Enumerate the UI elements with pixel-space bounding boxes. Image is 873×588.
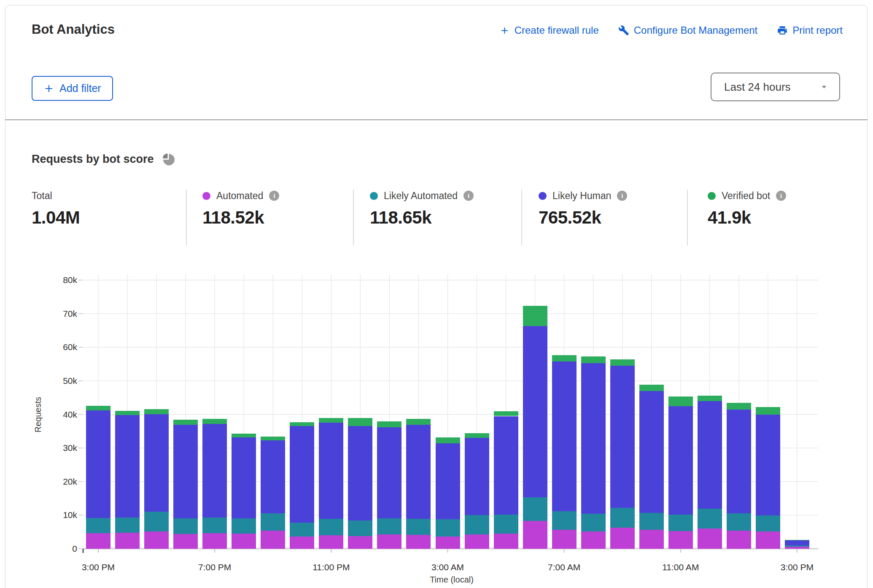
svg-text:3:00 PM: 3:00 PM — [82, 562, 115, 572]
wrench-icon — [618, 25, 629, 36]
plus-icon — [43, 83, 54, 94]
action-label: Configure Bot Management — [634, 24, 758, 36]
info-icon[interactable]: i — [617, 191, 627, 201]
stat-value: 765.52k — [539, 208, 627, 228]
stat-divider — [353, 190, 354, 245]
svg-text:40k: 40k — [63, 410, 77, 419]
section-title: Requests by bot score — [32, 153, 154, 166]
header-actions: Create firewall rule Configure Bot Manag… — [499, 24, 843, 36]
stat-label: Total — [32, 190, 52, 202]
stat-value: 118.65k — [370, 208, 474, 228]
plus-icon — [499, 25, 510, 36]
stat-label: Verified bot — [722, 190, 770, 202]
action-label: Create firewall rule — [515, 24, 599, 36]
stat-divider — [186, 190, 187, 245]
svg-text:11:00 PM: 11:00 PM — [313, 562, 350, 572]
info-icon[interactable]: i — [776, 191, 786, 201]
chevron-down-icon — [819, 82, 829, 92]
requests-by-bot-score-chart: 010k20k30k40k50k60k70k80k3:00 PM7:00 PM1… — [0, 253, 873, 588]
configure-bot-management-link[interactable]: Configure Bot Management — [618, 24, 758, 36]
info-icon[interactable]: i — [463, 191, 474, 201]
time-range-value: Last 24 hours — [724, 81, 819, 94]
section-heading: Requests by bot score — [32, 153, 175, 166]
likely-human-dot — [539, 192, 547, 200]
automated-dot — [202, 192, 210, 200]
likely-automated-dot — [370, 192, 378, 200]
stat-total: Total 1.04M — [32, 190, 80, 228]
stat-automated: Automated i 118.52k — [202, 190, 279, 228]
svg-text:3:00 PM: 3:00 PM — [781, 562, 814, 572]
header-divider — [5, 119, 868, 120]
time-range-dropdown[interactable]: Last 24 hours — [711, 73, 840, 101]
stat-value: 118.52k — [202, 208, 279, 228]
printer-icon — [777, 25, 788, 36]
stat-verified-bot: Verified bot i 41.9k — [708, 190, 786, 228]
svg-text:11:00 AM: 11:00 AM — [662, 562, 699, 572]
svg-text:7:00 AM: 7:00 AM — [548, 562, 580, 572]
svg-text:10k: 10k — [63, 510, 77, 520]
stat-label: Likely Automated — [384, 190, 458, 202]
print-report-link[interactable]: Print report — [777, 24, 843, 36]
svg-text:Requests: Requests — [33, 397, 43, 433]
stat-label: Likely Human — [552, 190, 611, 202]
verified-bot-dot — [708, 192, 716, 200]
info-icon[interactable]: i — [269, 191, 279, 201]
svg-text:0: 0 — [72, 544, 77, 553]
bot-analytics-page: Bot Analytics Create firewall rule Confi… — [0, 0, 873, 588]
add-filter-button[interactable]: Add filter — [32, 76, 113, 101]
svg-text:3:00 AM: 3:00 AM — [431, 562, 464, 572]
svg-text:20k: 20k — [63, 477, 77, 486]
stat-divider — [521, 190, 522, 245]
svg-text:30k: 30k — [63, 443, 77, 453]
page-title: Bot Analytics — [32, 22, 115, 37]
add-filter-label: Add filter — [59, 82, 101, 94]
stat-value: 1.04M — [32, 208, 80, 228]
stat-likely-human: Likely Human i 765.52k — [539, 190, 627, 228]
svg-text:50k: 50k — [63, 376, 77, 386]
svg-text:Time (local): Time (local) — [430, 575, 474, 584]
svg-text:70k: 70k — [63, 309, 77, 318]
svg-text:60k: 60k — [63, 342, 77, 352]
stat-likely-automated: Likely Automated i 118.65k — [370, 190, 474, 228]
action-label: Print report — [792, 24, 843, 36]
stat-value: 41.9k — [708, 208, 786, 228]
create-firewall-rule-link[interactable]: Create firewall rule — [499, 24, 599, 36]
stat-label: Automated — [216, 190, 263, 202]
pie-chart-icon — [162, 153, 175, 165]
stat-divider — [687, 190, 688, 245]
svg-text:7:00 PM: 7:00 PM — [198, 562, 231, 572]
svg-text:80k: 80k — [63, 275, 77, 285]
